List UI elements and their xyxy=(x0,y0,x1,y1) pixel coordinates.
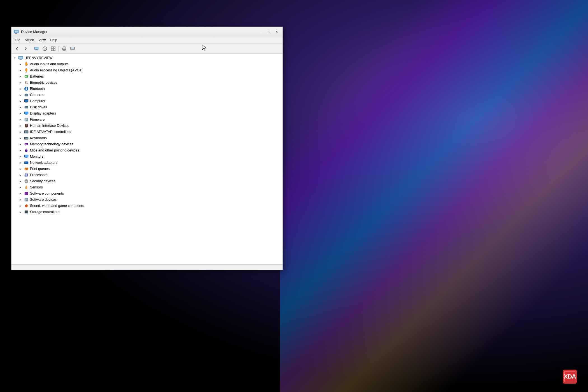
mice-expander[interactable] xyxy=(18,148,23,153)
tree-item-storage[interactable]: Storage controllers xyxy=(11,209,283,215)
maximize-button[interactable]: □ xyxy=(265,29,272,35)
tree-item-audio-inputs[interactable]: Audio inputs and outputs xyxy=(11,61,283,67)
network-expander[interactable] xyxy=(18,160,23,165)
device-manager-window: Device Manager ─ □ ✕ File Action View He… xyxy=(11,27,283,270)
title-bar: Device Manager ─ □ ✕ xyxy=(11,27,283,37)
tree-item-monitors[interactable]: Monitors xyxy=(11,153,283,160)
close-button[interactable]: ✕ xyxy=(273,29,280,35)
tree-item-computer[interactable]: Computer xyxy=(11,98,283,104)
software-devices-expander[interactable] xyxy=(18,197,23,202)
tree-item-memory[interactable]: Memory technology devices xyxy=(11,141,283,147)
svg-rect-3 xyxy=(15,33,17,34)
display-label: Display adapters xyxy=(30,111,56,115)
software-components-icon xyxy=(24,191,29,196)
display-expander[interactable] xyxy=(18,111,23,116)
svg-rect-112 xyxy=(24,174,25,174)
memory-expander[interactable] xyxy=(18,142,23,146)
sound-expander[interactable] xyxy=(18,204,23,208)
batteries-expander[interactable] xyxy=(18,74,23,79)
sensors-expander[interactable] xyxy=(18,185,23,190)
toolbar-separator-2 xyxy=(59,46,59,52)
svg-rect-14 xyxy=(53,49,55,51)
toolbar-print-button[interactable] xyxy=(60,45,68,52)
storage-expander[interactable] xyxy=(18,210,23,214)
cameras-expander[interactable] xyxy=(18,93,23,97)
software-components-expander[interactable] xyxy=(18,191,23,196)
root-expander[interactable] xyxy=(13,56,17,60)
tree-item-bluetooth[interactable]: Bluetooth xyxy=(11,86,283,92)
print-expander[interactable] xyxy=(18,167,23,171)
grid-icon xyxy=(51,46,55,51)
security-expander[interactable] xyxy=(18,179,23,183)
toolbar-back-button[interactable] xyxy=(13,45,21,52)
tree-item-mice[interactable]: Mice and other pointing devices xyxy=(11,147,283,153)
ide-icon xyxy=(24,129,29,134)
audio-inputs-expander[interactable] xyxy=(18,62,23,66)
tree-item-display[interactable]: Display adapters xyxy=(11,110,283,116)
tree-item-biometric[interactable]: Biometric devices xyxy=(11,80,283,86)
audio-inputs-icon xyxy=(24,62,29,67)
firmware-label: Firmware xyxy=(30,118,45,122)
keyboards-icon xyxy=(24,136,29,141)
svg-rect-27 xyxy=(19,60,22,60)
display-icon xyxy=(24,111,29,116)
firmware-expander[interactable] xyxy=(18,117,23,122)
audio-processing-label: Audio Processing Objects (APOs) xyxy=(30,68,83,72)
svg-rect-108 xyxy=(27,173,27,174)
device-tree[interactable]: HPENVYREVIEW Audio inputs and outputs xyxy=(11,54,283,264)
print-label: Print queues xyxy=(30,167,50,171)
svg-text:?: ? xyxy=(44,47,46,50)
tree-item-cameras[interactable]: Cameras xyxy=(11,92,283,98)
back-icon xyxy=(15,46,19,51)
computer-expander[interactable] xyxy=(18,99,23,103)
ide-expander[interactable] xyxy=(18,130,23,134)
svg-rect-106 xyxy=(25,173,25,174)
svg-point-35 xyxy=(25,81,27,83)
toolbar-computer-button[interactable] xyxy=(32,45,40,52)
disk-expander[interactable] xyxy=(18,105,23,109)
hid-expander[interactable] xyxy=(18,123,23,128)
svg-rect-93 xyxy=(26,162,26,163)
tree-root-item[interactable]: HPENVYREVIEW xyxy=(11,55,283,61)
tree-item-sensors[interactable]: Sensors xyxy=(11,184,283,190)
tree-item-firmware[interactable]: Firmware xyxy=(11,116,283,123)
toolbar-forward-button[interactable] xyxy=(22,45,29,52)
menu-help[interactable]: Help xyxy=(48,38,60,43)
menu-action[interactable]: Action xyxy=(22,38,36,43)
svg-rect-52 xyxy=(25,114,27,115)
menu-file[interactable]: File xyxy=(13,38,22,43)
keyboards-expander[interactable] xyxy=(18,136,23,140)
tree-item-print[interactable]: Print queues xyxy=(11,166,283,172)
tree-item-ide[interactable]: IDE ATA/ATAPI controllers xyxy=(11,129,283,135)
bluetooth-expander[interactable] xyxy=(18,87,23,91)
toolbar-help-button[interactable]: ? xyxy=(41,45,49,52)
tree-item-keyboards[interactable]: Keyboards xyxy=(11,135,283,141)
toolbar-grid-button[interactable] xyxy=(49,45,57,52)
tree-item-disk[interactable]: Disk drives xyxy=(11,104,283,110)
svg-rect-109 xyxy=(25,176,25,177)
tree-item-network[interactable]: Network adapters xyxy=(11,160,283,166)
processors-expander[interactable] xyxy=(18,173,23,177)
svg-rect-25 xyxy=(19,57,23,59)
minimize-button[interactable]: ─ xyxy=(257,29,265,35)
tree-item-software-devices[interactable]: Software devices xyxy=(11,197,283,203)
svg-rect-121 xyxy=(25,193,26,193)
tree-item-sound[interactable]: Sound, video and game controllers xyxy=(11,203,283,209)
tree-item-hid[interactable]: Human Interface Devices xyxy=(11,123,283,129)
computer-icon xyxy=(24,99,29,104)
tree-item-audio-processing[interactable]: Audio Processing Objects (APOs) xyxy=(11,67,283,73)
sensors-icon xyxy=(24,185,29,190)
toolbar-monitor-button[interactable] xyxy=(69,45,76,52)
tree-item-security[interactable]: Security devices xyxy=(11,178,283,184)
menu-view[interactable]: View xyxy=(36,38,48,43)
tree-item-processors[interactable]: Processors xyxy=(11,172,283,178)
monitors-expander[interactable] xyxy=(18,154,23,159)
svg-rect-61 xyxy=(25,125,27,125)
processors-icon xyxy=(24,172,29,178)
audio-processing-expander[interactable] xyxy=(18,68,23,73)
tree-item-batteries[interactable]: Batteries xyxy=(11,73,283,80)
software-components-label: Software components xyxy=(30,192,64,195)
svg-rect-51 xyxy=(25,112,28,114)
tree-item-software-components[interactable]: Software components xyxy=(11,190,283,197)
biometric-expander[interactable] xyxy=(18,80,23,85)
